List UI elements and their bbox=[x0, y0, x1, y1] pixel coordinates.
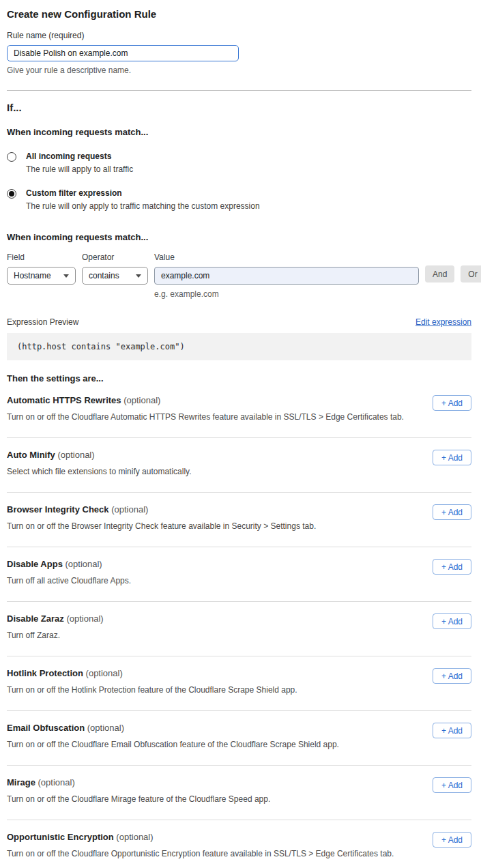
expression-preview-row: Expression Preview Edit expression bbox=[7, 317, 471, 327]
setting-row-hotlink-protection: Hotlink Protection (optional) Turn on or… bbox=[7, 656, 471, 711]
setting-title: Hotlink Protection (optional) bbox=[7, 668, 297, 678]
add-button[interactable]: + Add bbox=[433, 450, 471, 465]
setting-description: Turn on or off the Cloudflare Mirage fea… bbox=[7, 794, 270, 804]
incoming-requests-match-heading: When incoming requests match... bbox=[7, 127, 471, 137]
setting-name: Email Obfuscation bbox=[7, 723, 85, 733]
setting-row-browser-integrity-check: Browser Integrity Check (optional) Turn … bbox=[7, 493, 471, 547]
setting-optional-tag: (optional) bbox=[116, 832, 153, 842]
rule-name-help: Give your rule a descriptive name. bbox=[7, 66, 471, 75]
radio-option-label: All incoming requests bbox=[26, 151, 133, 161]
value-input[interactable] bbox=[154, 267, 419, 285]
setting-title: Mirage (optional) bbox=[7, 777, 270, 787]
rule-name-input[interactable] bbox=[7, 45, 239, 61]
expression-builder-row: Field Hostname Operator contains Value e… bbox=[7, 252, 471, 299]
radio-option-description: The rule will only apply to traffic matc… bbox=[26, 201, 260, 211]
if-heading: If... bbox=[7, 102, 471, 113]
setting-title: Disable Apps (optional) bbox=[7, 559, 131, 569]
field-column: Field Hostname bbox=[7, 252, 76, 285]
logic-buttons: And Or bbox=[425, 265, 481, 283]
setting-description: Turn on or off the Browser Integrity Che… bbox=[7, 521, 316, 531]
radio-option-description: The rule will apply to all traffic bbox=[26, 164, 133, 174]
setting-optional-tag: (optional) bbox=[57, 450, 94, 460]
radio-button-unselected-icon[interactable] bbox=[7, 152, 16, 162]
setting-name: Automatic HTTPS Rewrites bbox=[7, 395, 121, 405]
setting-row-automatic-https-rewrites: Automatic HTTPS Rewrites (optional) Turn… bbox=[7, 384, 471, 438]
setting-row-disable-zaraz: Disable Zaraz (optional) Turn off Zaraz.… bbox=[7, 602, 471, 656]
chevron-down-icon bbox=[136, 274, 141, 278]
operator-select-value: contains bbox=[89, 271, 119, 280]
setting-optional-tag: (optional) bbox=[111, 504, 148, 515]
setting-name: Auto Minify bbox=[7, 450, 55, 460]
setting-description: Turn on or off the Cloudflare Automatic … bbox=[7, 412, 404, 422]
setting-name: Opportunistic Encryption bbox=[7, 832, 114, 842]
expression-preview-label: Expression Preview bbox=[7, 317, 78, 327]
edit-expression-link[interactable]: Edit expression bbox=[416, 317, 471, 327]
radio-option-all-incoming-requests[interactable]: All incoming requests The rule will appl… bbox=[7, 151, 471, 174]
add-button[interactable]: + Add bbox=[433, 832, 471, 848]
page-title: Create new Configuration Rule bbox=[7, 8, 471, 20]
rule-name-label: Rule name (required) bbox=[7, 31, 471, 40]
setting-row-opportunistic-encryption: Opportunistic Encryption (optional) Turn… bbox=[7, 820, 471, 868]
add-button[interactable]: + Add bbox=[433, 668, 471, 684]
then-settings-heading: Then the settings are... bbox=[7, 373, 471, 384]
operator-label: Operator bbox=[82, 252, 148, 262]
setting-name: Hotlink Protection bbox=[7, 668, 83, 678]
setting-description: Turn on or off the Hotlink Protection fe… bbox=[7, 685, 297, 695]
setting-title: Auto Minify (optional) bbox=[7, 450, 192, 460]
and-button[interactable]: And bbox=[425, 265, 454, 283]
setting-title: Automatic HTTPS Rewrites (optional) bbox=[7, 395, 404, 405]
setting-title: Email Obfuscation (optional) bbox=[7, 723, 339, 733]
operator-column: Operator contains bbox=[82, 252, 148, 285]
section-divider bbox=[7, 90, 471, 91]
configuration-rule-form: Create new Configuration Rule Rule name … bbox=[0, 0, 481, 868]
setting-optional-tag: (optional) bbox=[123, 395, 160, 405]
value-hint: e.g. example.com bbox=[154, 289, 419, 299]
setting-title: Opportunistic Encryption (optional) bbox=[7, 832, 394, 842]
setting-optional-tag: (optional) bbox=[65, 559, 102, 569]
setting-description: Turn off all active Cloudflare Apps. bbox=[7, 576, 131, 585]
add-button[interactable]: + Add bbox=[433, 559, 471, 575]
setting-description: Turn on or off the Cloudflare Email Obfu… bbox=[7, 740, 339, 749]
expression-builder-heading: When incoming requests match... bbox=[7, 232, 471, 242]
setting-name: Disable Zaraz bbox=[7, 613, 64, 624]
setting-description: Select which file extensions to minify a… bbox=[7, 467, 192, 476]
radio-option-label: Custom filter expression bbox=[26, 188, 260, 198]
add-button[interactable]: + Add bbox=[433, 723, 471, 738]
setting-name: Mirage bbox=[7, 777, 35, 787]
setting-description: Turn on or off the Cloudflare Opportunis… bbox=[7, 849, 394, 858]
setting-row-auto-minify: Auto Minify (optional) Select which file… bbox=[7, 438, 471, 493]
setting-row-disable-apps: Disable Apps (optional) Turn off all act… bbox=[7, 547, 471, 602]
add-button[interactable]: + Add bbox=[433, 504, 471, 520]
setting-row-mirage: Mirage (optional) Turn on or off the Clo… bbox=[7, 766, 471, 820]
field-label: Field bbox=[7, 252, 76, 262]
add-button[interactable]: + Add bbox=[433, 777, 471, 793]
radio-button-selected-icon[interactable] bbox=[7, 189, 16, 199]
field-select[interactable]: Hostname bbox=[7, 267, 76, 285]
add-button[interactable]: + Add bbox=[433, 395, 471, 411]
setting-optional-tag: (optional) bbox=[87, 723, 124, 733]
expression-preview-code: (http.host contains "example.com") bbox=[7, 333, 471, 360]
setting-optional-tag: (optional) bbox=[38, 777, 75, 787]
setting-title: Browser Integrity Check (optional) bbox=[7, 504, 316, 515]
setting-optional-tag: (optional) bbox=[66, 613, 103, 624]
setting-description: Turn off Zaraz. bbox=[7, 631, 104, 640]
chevron-down-icon bbox=[63, 274, 69, 278]
field-select-value: Hostname bbox=[14, 271, 51, 280]
setting-optional-tag: (optional) bbox=[86, 668, 123, 678]
add-button[interactable]: + Add bbox=[433, 613, 471, 629]
value-label: Value bbox=[154, 252, 419, 262]
operator-select[interactable]: contains bbox=[82, 267, 148, 285]
radio-option-custom-filter-expression[interactable]: Custom filter expression The rule will o… bbox=[7, 188, 471, 211]
setting-title: Disable Zaraz (optional) bbox=[7, 613, 104, 624]
value-column: Value e.g. example.com bbox=[154, 252, 419, 299]
setting-row-email-obfuscation: Email Obfuscation (optional) Turn on or … bbox=[7, 711, 471, 766]
setting-name: Disable Apps bbox=[7, 559, 63, 569]
or-button[interactable]: Or bbox=[461, 265, 481, 283]
setting-name: Browser Integrity Check bbox=[7, 504, 109, 515]
